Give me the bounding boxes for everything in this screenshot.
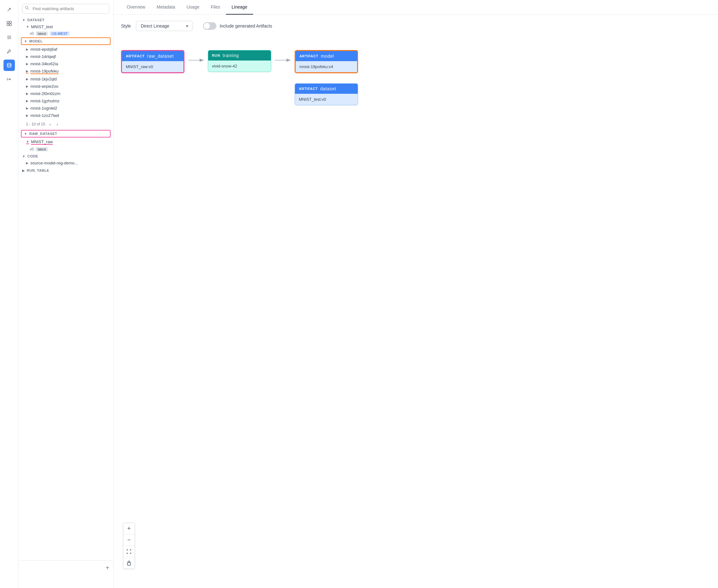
version-label: v0 xyxy=(30,31,34,36)
mnist-1gzhutmz-item[interactable]: ▶ mnist-1gzhutmz xyxy=(18,97,113,105)
svg-rect-0 xyxy=(7,21,9,23)
mnist-wrpie2oo-item[interactable]: ▶ mnist-wrpie2oo xyxy=(18,83,113,90)
model-node[interactable]: ARTIFACT model mnist-19pofeku:v4 xyxy=(295,50,358,73)
raw-dataset-label: RAW_DATASET xyxy=(29,132,57,135)
search-container xyxy=(18,0,113,16)
item-caret: ▶ xyxy=(26,47,28,51)
raw-dataset-node[interactable]: ARTIFACT raw_dataset MNIST_raw:v0 xyxy=(121,50,185,73)
mnist-raw-label: MNIST_raw xyxy=(31,140,53,145)
item-label: mnist-1gzhutmz xyxy=(30,99,60,103)
output-column: ARTIFACT model mnist-19pofeku:v4 ARTIFAC… xyxy=(295,50,358,105)
fit-view-button[interactable] xyxy=(123,546,135,557)
item-caret: ▶ xyxy=(26,161,28,165)
dataset-out-value: MNIST_test:v0 xyxy=(295,94,358,105)
item-caret: ▶ xyxy=(26,106,28,110)
link-nav-icon[interactable] xyxy=(3,74,15,85)
add-button[interactable]: + xyxy=(106,564,109,571)
raw-dataset-column: ARTIFACT raw_dataset MNIST_raw:v0 xyxy=(121,50,185,73)
pagination: 1 - 10 of 15 ‹ › xyxy=(18,119,113,129)
mnist-34kx62ia-item[interactable]: ▶ mnist-34kx62ia xyxy=(18,60,113,67)
dataset-out-node[interactable]: ARTIFACT dataset MNIST_test:v0 xyxy=(295,83,358,105)
pagination-text: 1 - 10 of 15 xyxy=(26,122,45,126)
run-type-label: RUN xyxy=(212,54,220,57)
item-caret: ▶ xyxy=(26,85,28,88)
run-table-label: RUN_TABLE xyxy=(27,169,49,172)
tab-usage[interactable]: Usage xyxy=(181,0,205,15)
model-section-header[interactable]: ▼ MODEL xyxy=(21,37,111,45)
style-label: Style xyxy=(121,23,131,28)
search-input[interactable] xyxy=(22,4,109,14)
style-select[interactable]: Direct Lineage ▾ xyxy=(136,21,193,31)
next-page-button[interactable]: › xyxy=(55,121,60,127)
zoom-in-button[interactable]: + xyxy=(123,523,135,534)
item-caret: ▶ xyxy=(26,92,28,96)
dataset-section-label: DATASET xyxy=(27,18,44,22)
artifact-type-label: ARTIFACT xyxy=(126,54,145,58)
mnist-1zo27lwd-item[interactable]: ▶ mnist-1zo27lwd xyxy=(18,112,113,119)
raw-latest-badge: latest xyxy=(36,147,48,151)
tab-files[interactable]: Files xyxy=(205,0,226,15)
training-header: RUN training xyxy=(208,50,271,61)
raw-dataset-header: ARTIFACT raw_dataset xyxy=(122,51,184,61)
list-nav-icon[interactable] xyxy=(3,32,15,43)
brush-nav-icon[interactable] xyxy=(3,46,15,57)
dataset-section-header[interactable]: ▼ DATASET xyxy=(18,16,113,23)
dashboard-nav-icon[interactable] xyxy=(3,18,15,29)
mnist-1drlqwjf-item[interactable]: ▶ mnist-1drlqwjf xyxy=(18,53,113,60)
training-column: RUN training vivid-snow-42 xyxy=(208,50,271,72)
tab-overview[interactable]: Overview xyxy=(121,0,151,15)
item-label: mnist-wrpie2oo xyxy=(30,84,58,89)
arrow-1 xyxy=(185,56,208,64)
mnist-epsbj6af-item[interactable]: ▶ mnist-epsbj6af xyxy=(18,46,113,53)
item-caret: ▶ xyxy=(26,62,28,66)
run-table-section-header[interactable]: ▶ RUN_TABLE xyxy=(18,167,113,174)
item-label: mnist-1drlqwjf xyxy=(30,54,56,59)
training-name: training xyxy=(223,53,239,58)
mnist-raw-item[interactable]: ▼ MNIST_raw xyxy=(18,138,113,146)
dataset-out-header: ARTIFACT dataset xyxy=(295,84,358,94)
source-model-item[interactable]: ▶ source-model-reg-demo... xyxy=(18,159,113,167)
dataset-out-name: dataset xyxy=(320,86,337,91)
model-name: model xyxy=(321,54,334,59)
trend-nav-icon[interactable]: ↗ xyxy=(3,4,15,15)
mnist-19pofeku-item[interactable]: ▶ mnist-19pofeku xyxy=(18,67,113,76)
lineage-toolbar: Style Direct Lineage ▾ Include generated… xyxy=(121,21,711,31)
training-value: vivid-snow-42 xyxy=(208,61,271,71)
mnist-test-item[interactable]: ▼ MNIST_test xyxy=(18,23,113,30)
training-node[interactable]: RUN training vivid-snow-42 xyxy=(208,50,271,72)
tab-metadata[interactable]: Metadata xyxy=(151,0,181,15)
database-nav-icon[interactable] xyxy=(3,60,15,71)
raw-dataset-section-header[interactable]: ▼ RAW_DATASET xyxy=(21,130,111,138)
zoom-controls: + − xyxy=(123,523,135,569)
code-caret: ▼ xyxy=(22,154,25,158)
include-artifacts-label: Include generated Artifacts xyxy=(219,23,272,28)
zoom-out-button[interactable]: − xyxy=(123,534,135,546)
prev-page-button[interactable]: ‹ xyxy=(48,121,52,127)
code-section-header[interactable]: ▼ CODE xyxy=(18,152,113,159)
item-label: mnist-19pofeku xyxy=(30,69,59,74)
artifact-type-label-3: ARTIFACT xyxy=(299,87,318,91)
include-artifacts-toggle[interactable] xyxy=(203,22,216,30)
lineage-graph: ARTIFACT raw_dataset MNIST_raw:v0 xyxy=(121,44,711,111)
mnist-1ognlel2-item[interactable]: ▶ mnist-1ognlel2 xyxy=(18,105,113,112)
mnist-test-caret: ▼ xyxy=(26,25,29,28)
sidebar: ▼ DATASET ▼ MNIST_test v0 latest US-WEST… xyxy=(18,0,113,588)
svg-rect-1 xyxy=(9,21,12,23)
item-label: mnist-epsbj6af xyxy=(30,47,57,51)
mnist-raw-caret: ▼ xyxy=(26,140,29,144)
tab-lineage[interactable]: Lineage xyxy=(226,0,253,15)
dataset-caret: ▼ xyxy=(22,18,25,22)
raw-dataset-value: MNIST_raw:v0 xyxy=(122,61,184,72)
dropdown-arrow-icon: ▾ xyxy=(186,23,188,28)
main-content: Overview Metadata Usage Files Lineage St… xyxy=(113,0,718,588)
lock-button[interactable] xyxy=(123,557,135,569)
svg-rect-3 xyxy=(9,24,12,26)
mnist-2l0m0zzm-item[interactable]: ▶ mnist-2l0m0zzm xyxy=(18,90,113,97)
left-navigation: ↗ xyxy=(0,0,18,588)
item-label: mnist-1zo27lwd xyxy=(30,113,59,118)
style-value: Direct Lineage xyxy=(141,23,169,28)
svg-rect-2 xyxy=(7,24,9,26)
latest-badge: latest xyxy=(36,31,48,36)
mnist-1kjv2qld-item[interactable]: ▶ mnist-1kjv2qld xyxy=(18,76,113,83)
source-model-label: source-model-reg-demo... xyxy=(30,161,78,165)
